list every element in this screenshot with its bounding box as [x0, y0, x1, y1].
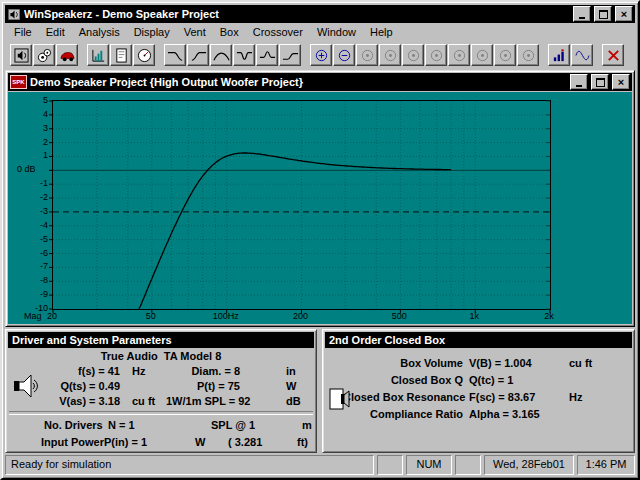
- toolbar-dial-2-button[interactable]: [379, 44, 401, 66]
- toolbar-speaker-button[interactable]: [10, 44, 32, 66]
- toolbar-zoom-in-button[interactable]: [310, 44, 332, 66]
- axis-mode-label: Mag: [24, 311, 42, 321]
- y-tick-label: -7: [10, 261, 48, 271]
- toolbar-dial-8-button[interactable]: [517, 44, 539, 66]
- speaker-icon: [13, 48, 30, 63]
- spl-meter-icon: [551, 48, 568, 63]
- x-tick-label: 2k: [544, 311, 554, 321]
- y-tick-label: -5: [10, 234, 48, 244]
- closed-box-q-value: Q(tc) = 1: [469, 374, 569, 386]
- drivers-icon: [36, 48, 53, 63]
- close-button[interactable]: ×: [615, 6, 633, 22]
- toolbar-dial-7-button[interactable]: [494, 44, 516, 66]
- app-speaker-icon-glyph: [8, 8, 21, 21]
- toolbar-curve-lowpass-button[interactable]: [164, 44, 186, 66]
- toolbar-zoom-out-button[interactable]: [333, 44, 355, 66]
- y-tick-label: 2: [10, 137, 48, 147]
- dial-3-icon: [405, 48, 422, 63]
- param-vas-unit: cu ft: [132, 395, 155, 407]
- toolbar-dial-6-button[interactable]: [471, 44, 493, 66]
- project-close-button[interactable]: ×: [612, 74, 630, 90]
- notes-icon: [113, 48, 130, 63]
- x-tick-label: 20: [47, 311, 57, 321]
- menu-file[interactable]: File: [7, 25, 39, 39]
- toolbar: [5, 41, 635, 69]
- toolbar-wave-button[interactable]: [571, 44, 593, 66]
- toolbar-dial-3-button[interactable]: [402, 44, 424, 66]
- driver-panel-body: True Audio TA Model 8 f(s) = 41Hz Q(ts) …: [6, 348, 316, 452]
- toolbar-graph-button[interactable]: [87, 44, 109, 66]
- project-maximize-button[interactable]: [591, 74, 609, 90]
- box-resonance-value: F(sc) = 83.67: [469, 391, 569, 403]
- minimize-button[interactable]: [573, 6, 591, 22]
- close-icon: ×: [621, 9, 627, 19]
- toolbar-dial-1-button[interactable]: [356, 44, 378, 66]
- toolbar-curve-peak-button[interactable]: [256, 44, 278, 66]
- spl-distance-value: ( 3.281: [228, 436, 262, 448]
- y-tick-label: 5: [10, 95, 48, 105]
- curve-highpass-icon: [190, 48, 207, 63]
- project-maximize-icon: [596, 78, 605, 87]
- driver-panel-title: Driver and System Parameters: [8, 332, 314, 348]
- toolbar-curve-bandpass-button[interactable]: [210, 44, 232, 66]
- x-tick-label: 200: [293, 311, 308, 321]
- box-parameter-rows: Box VolumeV(B) = 1.004cu ft Closed Box Q…: [323, 354, 634, 422]
- maximize-button[interactable]: [594, 6, 612, 22]
- menu-box[interactable]: Box: [213, 25, 246, 39]
- toolbar-spl-meter-button[interactable]: [548, 44, 570, 66]
- status-date: Wed, 28Feb01: [484, 455, 574, 475]
- param-fs-unit: Hz: [132, 365, 145, 377]
- param-diam: Diam. = 8: [166, 365, 240, 377]
- menu-display[interactable]: Display: [127, 25, 177, 39]
- toolbar-gauge-button[interactable]: [133, 44, 155, 66]
- box-panel-title-text: 2nd Order Closed Box: [329, 334, 445, 346]
- x-tick-label: 1k: [469, 311, 479, 321]
- param-diam-unit: in: [286, 365, 296, 377]
- menu-help[interactable]: Help: [363, 25, 400, 39]
- toolbar-dial-4-button[interactable]: [425, 44, 447, 66]
- x-tick-label: 50: [146, 311, 156, 321]
- zoom-in-icon: [313, 48, 330, 63]
- menu-analysis[interactable]: Analysis: [72, 25, 127, 39]
- driver-panel: Driver and System Parameters True Audio …: [5, 329, 317, 453]
- driver-panel-footer: No. Drivers N = 1 SPL @ 1 m Input Power …: [6, 418, 316, 452]
- spk-document-icon[interactable]: SPK: [10, 75, 27, 89]
- dial-4-icon: [428, 48, 445, 63]
- input-power-value: P(in) = 1: [104, 436, 147, 448]
- toolbar-notes-button[interactable]: [110, 44, 132, 66]
- menu-edit[interactable]: Edit: [39, 25, 72, 39]
- frequency-response-plot[interactable]: [52, 100, 551, 310]
- toolbar-car-button[interactable]: [56, 44, 78, 66]
- box-resonance-unit: Hz: [569, 391, 582, 403]
- box-volume-unit: cu ft: [569, 357, 592, 369]
- box-volume-label: Box Volume: [343, 357, 463, 369]
- response-curve: [139, 153, 451, 309]
- y-tick-label: -3: [10, 206, 48, 216]
- app-speaker-icon[interactable]: [7, 8, 21, 21]
- project-minimize-button[interactable]: [570, 74, 588, 90]
- toolbar-curve-highpass-button[interactable]: [187, 44, 209, 66]
- response-plot-svg: [53, 101, 550, 309]
- box-panel: 2nd Order Closed Box Box VolumeV(B) = 1.…: [322, 329, 635, 453]
- toolbar-curve-shelf-button[interactable]: [279, 44, 301, 66]
- spk-icon-text: SPK: [12, 79, 24, 85]
- status-pane-1: [377, 455, 403, 475]
- menu-vent[interactable]: Vent: [177, 25, 213, 39]
- menu-window[interactable]: Window: [310, 25, 363, 39]
- toolbar-dial-5-button[interactable]: [448, 44, 470, 66]
- gauge-icon: [136, 48, 153, 63]
- parameter-panels: Driver and System Parameters True Audio …: [5, 329, 635, 453]
- param-pt: P(t) = 75: [166, 380, 240, 392]
- toolbar-curve-notch-button[interactable]: [233, 44, 255, 66]
- curve-shelf-icon: [282, 48, 299, 63]
- box-panel-body: Box VolumeV(B) = 1.004cu ft Closed Box Q…: [323, 348, 634, 452]
- window-title: WinSpeakerz - Demo Speaker Project: [24, 8, 570, 20]
- no-drivers-value: N = 1: [108, 419, 135, 431]
- toolbar-drivers-button[interactable]: [33, 44, 55, 66]
- toolbar-delete-button[interactable]: [602, 44, 624, 66]
- menu-bar: FileEditAnalysisDisplayVentBoxCrossoverW…: [5, 23, 635, 41]
- box-volume-value: V(B) = 1.004: [469, 357, 569, 369]
- menu-crossover[interactable]: Crossover: [246, 25, 310, 39]
- status-bar: Ready for simulation NUM Wed, 28Feb01 1:…: [5, 455, 635, 475]
- project-title: Demo Speaker Project {High Output Woofer…: [30, 76, 567, 88]
